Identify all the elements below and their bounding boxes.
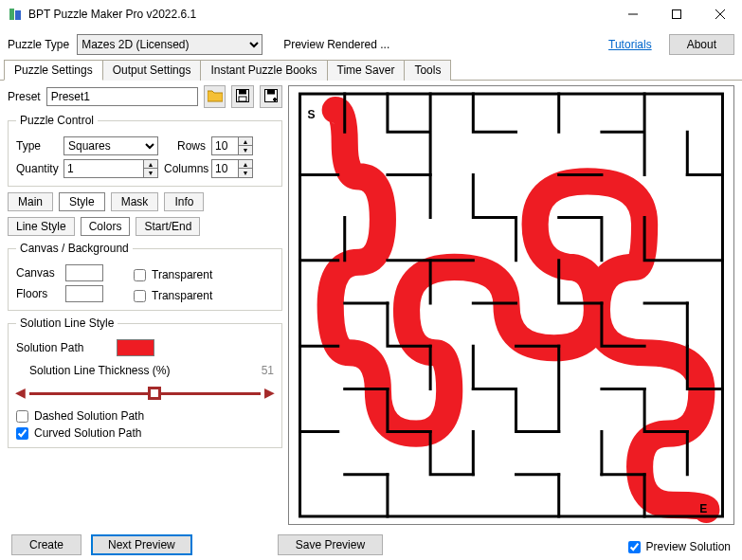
save-plus-icon bbox=[264, 89, 278, 105]
save-preview-button[interactable]: Save Preview bbox=[278, 534, 383, 555]
columns-down[interactable]: ▼ bbox=[239, 169, 252, 177]
subtab2-start-end[interactable]: Start/End bbox=[136, 217, 200, 236]
svg-rect-0 bbox=[9, 9, 14, 20]
minimize-button[interactable] bbox=[611, 0, 655, 28]
maze-preview: S E bbox=[288, 85, 734, 525]
titlebar: BPT Puzzle Maker Pro v2022.6.1 bbox=[0, 0, 742, 28]
top-row: Puzzle Type Mazes 2D (Licensed) Preview … bbox=[0, 28, 742, 59]
solution-path-label: Solution Path bbox=[16, 341, 111, 354]
type-select[interactable]: Squares bbox=[63, 136, 158, 155]
maximize-button[interactable] bbox=[655, 0, 698, 28]
left-panel: Preset Puzzle Control Type Squares Rows … bbox=[8, 85, 282, 525]
tab-puzzle-settings[interactable]: Puzzle Settings bbox=[4, 60, 103, 81]
status-text: Preview Rendered ... bbox=[283, 38, 389, 51]
content-area: Preset Puzzle Control Type Squares Rows … bbox=[0, 81, 742, 525]
svg-rect-1 bbox=[15, 10, 21, 20]
maze-start-label: S bbox=[308, 108, 316, 121]
canvas-bg-legend: Canvas / Background bbox=[16, 242, 133, 255]
preset-save-as-button[interactable] bbox=[260, 85, 282, 108]
quantity-down[interactable]: ▼ bbox=[144, 169, 157, 177]
subtab-style[interactable]: Style bbox=[59, 192, 105, 211]
dashed-path-check[interactable]: Dashed Solution Path bbox=[16, 409, 274, 423]
floors-label: Floors bbox=[16, 287, 60, 300]
svg-rect-7 bbox=[239, 89, 246, 94]
tab-output-settings[interactable]: Output Settings bbox=[102, 60, 202, 81]
close-button[interactable] bbox=[698, 0, 742, 28]
columns-label: Columns bbox=[164, 162, 206, 175]
columns-up[interactable]: ▲ bbox=[239, 160, 252, 169]
quantity-label: Quantity bbox=[16, 162, 58, 175]
floors-color-swatch[interactable] bbox=[65, 285, 103, 302]
preset-row: Preset bbox=[8, 85, 282, 108]
window-title: BPT Puzzle Maker Pro v2022.6.1 bbox=[28, 8, 611, 21]
slider-left-arrow-icon: ◀ bbox=[15, 385, 26, 400]
slider-right-arrow-icon: ▶ bbox=[264, 385, 275, 400]
next-preview-button[interactable]: Next Preview bbox=[91, 534, 192, 555]
tutorials-link[interactable]: Tutorials bbox=[608, 38, 652, 51]
subtab-mask[interactable]: Mask bbox=[111, 192, 159, 211]
puzzle-type-label: Puzzle Type bbox=[8, 38, 69, 51]
canvas-bg-group: Canvas / Background Canvas Transparent F… bbox=[8, 242, 282, 311]
solution-style-group: Solution Line Style Solution Path Soluti… bbox=[8, 316, 282, 448]
preset-save-button[interactable] bbox=[231, 85, 254, 108]
maze-end-label: E bbox=[699, 502, 707, 515]
canvas-label: Canvas bbox=[16, 266, 60, 280]
puzzle-type-select[interactable]: Mazes 2D (Licensed) bbox=[77, 34, 262, 55]
solution-style-legend: Solution Line Style bbox=[16, 316, 118, 330]
canvas-color-swatch[interactable] bbox=[65, 264, 103, 281]
rows-down[interactable]: ▼ bbox=[239, 146, 252, 154]
quantity-up[interactable]: ▲ bbox=[144, 160, 157, 169]
puzzle-control-group: Puzzle Control Type Squares Rows ▲▼ Quan… bbox=[8, 114, 282, 187]
style-subtabbar: Line Style Colors Start/End bbox=[8, 217, 282, 236]
quantity-input[interactable] bbox=[63, 159, 143, 178]
rows-input[interactable] bbox=[211, 136, 238, 155]
rows-label: Rows bbox=[164, 139, 206, 153]
tab-time-saver[interactable]: Time Saver bbox=[327, 60, 406, 81]
thickness-slider[interactable]: ◀ ▶ bbox=[18, 383, 272, 406]
subtab2-colors[interactable]: Colors bbox=[81, 217, 131, 236]
preset-input[interactable] bbox=[46, 87, 198, 106]
folder-icon bbox=[208, 89, 223, 105]
svg-rect-3 bbox=[673, 10, 681, 19]
curved-path-check[interactable]: Curved Solution Path bbox=[16, 426, 274, 440]
canvas-transparent-check[interactable]: Transparent bbox=[134, 268, 212, 281]
about-button[interactable]: About bbox=[669, 34, 734, 55]
puzzle-control-legend: Puzzle Control bbox=[16, 114, 98, 127]
preset-open-button[interactable] bbox=[204, 85, 226, 108]
style-tabbar: Main Style Mask Info bbox=[8, 192, 282, 211]
rows-up[interactable]: ▲ bbox=[239, 137, 252, 146]
app-icon bbox=[8, 7, 23, 22]
subtab2-line-style[interactable]: Line Style bbox=[8, 217, 75, 236]
bottom-bar: Create Next Preview Save Preview Preview… bbox=[0, 525, 742, 555]
main-tabstrip: Puzzle Settings Output Settings Instant … bbox=[0, 59, 742, 81]
columns-input[interactable] bbox=[211, 159, 238, 178]
type-label: Type bbox=[16, 139, 58, 153]
tab-instant-puzzle-books[interactable]: Instant Puzzle Books bbox=[200, 60, 327, 81]
preview-solution-check[interactable]: Preview Solution bbox=[628, 540, 731, 553]
create-button[interactable]: Create bbox=[11, 534, 81, 555]
save-icon bbox=[236, 89, 249, 105]
thickness-label: Solution Line Thickness (%) bbox=[16, 364, 256, 377]
svg-rect-10 bbox=[267, 89, 275, 94]
preset-label: Preset bbox=[8, 90, 41, 103]
solution-path-swatch[interactable] bbox=[117, 339, 154, 356]
floors-transparent-check[interactable]: Transparent bbox=[134, 289, 212, 302]
subtab-main[interactable]: Main bbox=[8, 192, 53, 211]
thickness-value: 51 bbox=[262, 364, 274, 377]
subtab-info[interactable]: Info bbox=[164, 192, 204, 211]
tab-tools[interactable]: Tools bbox=[404, 60, 451, 81]
